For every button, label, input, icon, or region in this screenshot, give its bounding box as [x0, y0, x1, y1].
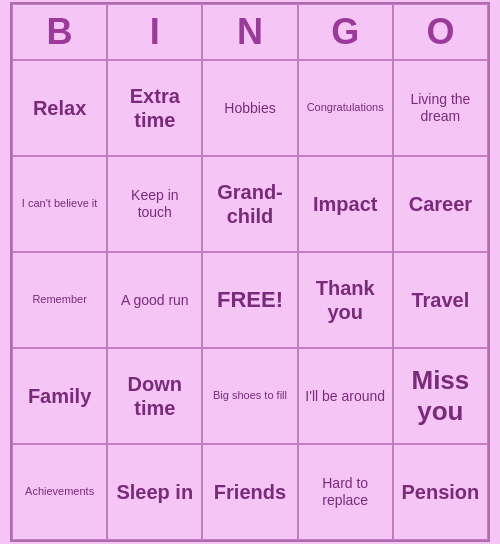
header-letter: O [393, 4, 488, 60]
cell-label: Hard to replace [303, 475, 388, 509]
header-letter: N [202, 4, 297, 60]
bingo-cell: Achievements [12, 444, 107, 540]
cell-label: Thank you [303, 276, 388, 324]
bingo-grid: RelaxExtra timeHobbiesCongratulationsLiv… [12, 60, 488, 540]
bingo-cell: Remember [12, 252, 107, 348]
bingo-cell: Family [12, 348, 107, 444]
bingo-cell: Congratulations [298, 60, 393, 156]
cell-label: Hobbies [224, 100, 275, 117]
cell-label: Relax [33, 96, 86, 120]
cell-label: Grand-child [207, 180, 292, 228]
bingo-cell: A good run [107, 252, 202, 348]
bingo-cell: Hobbies [202, 60, 297, 156]
bingo-header: BINGO [12, 4, 488, 60]
bingo-cell: I'll be around [298, 348, 393, 444]
cell-label: Big shoes to fill [213, 389, 287, 402]
cell-label: Extra time [112, 84, 197, 132]
cell-label: Keep in touch [112, 187, 197, 221]
header-letter: B [12, 4, 107, 60]
bingo-cell: Down time [107, 348, 202, 444]
bingo-cell: I can't believe it [12, 156, 107, 252]
cell-label: I'll be around [305, 388, 385, 405]
bingo-cell: Big shoes to fill [202, 348, 297, 444]
bingo-cell: Pension [393, 444, 488, 540]
bingo-cell: FREE! [202, 252, 297, 348]
cell-label: Miss you [398, 365, 483, 427]
bingo-cell: Keep in touch [107, 156, 202, 252]
header-letter: G [298, 4, 393, 60]
bingo-cell: Extra time [107, 60, 202, 156]
bingo-cell: Friends [202, 444, 297, 540]
cell-label: Congratulations [307, 101, 384, 114]
cell-label: Sleep in [116, 480, 193, 504]
cell-label: Pension [401, 480, 479, 504]
cell-label: Impact [313, 192, 377, 216]
cell-label: Remember [32, 293, 86, 306]
bingo-cell: Impact [298, 156, 393, 252]
cell-label: Achievements [25, 485, 94, 498]
cell-label: I can't believe it [22, 197, 97, 210]
header-letter: I [107, 4, 202, 60]
bingo-cell: Hard to replace [298, 444, 393, 540]
bingo-cell: Thank you [298, 252, 393, 348]
cell-label: FREE! [217, 287, 283, 313]
bingo-cell: Relax [12, 60, 107, 156]
bingo-cell: Living the dream [393, 60, 488, 156]
cell-label: A good run [121, 292, 189, 309]
bingo-card: BINGO RelaxExtra timeHobbiesCongratulati… [10, 2, 490, 542]
cell-label: Family [28, 384, 91, 408]
cell-label: Travel [411, 288, 469, 312]
cell-label: Down time [112, 372, 197, 420]
cell-label: Friends [214, 480, 286, 504]
bingo-cell: Travel [393, 252, 488, 348]
bingo-cell: Grand-child [202, 156, 297, 252]
bingo-cell: Career [393, 156, 488, 252]
cell-label: Living the dream [398, 91, 483, 125]
cell-label: Career [409, 192, 472, 216]
bingo-cell: Miss you [393, 348, 488, 444]
bingo-cell: Sleep in [107, 444, 202, 540]
